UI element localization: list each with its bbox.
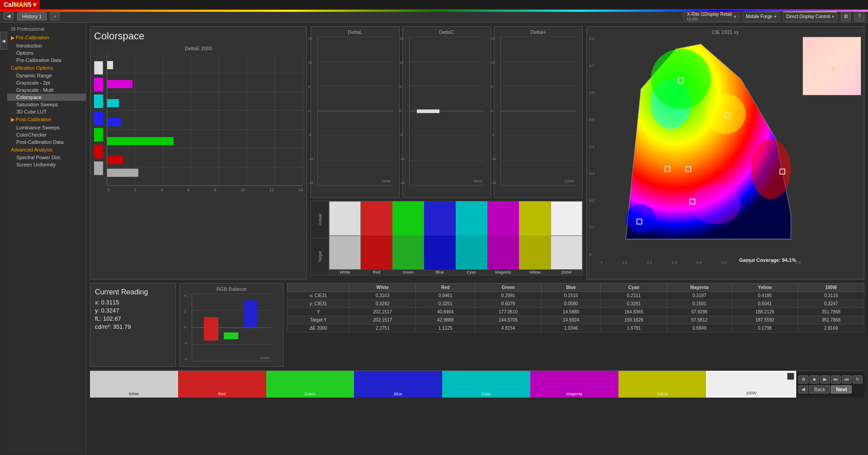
sidebar-section-advanced[interactable]: Advanced Analysis (7, 146, 86, 154)
bottom-swatch-cyan[interactable]: Cyan (442, 371, 530, 398)
table-header-yellow: Yellow (732, 284, 798, 292)
swatch-label-magenta: Magenta (566, 392, 582, 396)
svg-point-2 (706, 94, 746, 134)
ctrl-rewind-icon[interactable]: ⏮ (842, 375, 852, 384)
app-logo: CalMAN 5 ▾ (0, 0, 40, 9)
logo-dropdown-arrow[interactable]: ▾ (33, 1, 36, 8)
bottom-swatch-green[interactable]: Green (266, 371, 354, 398)
ctrl-refresh-icon[interactable]: ↻ (853, 375, 863, 384)
swatch-label-white: White (129, 392, 139, 396)
bar-green (107, 137, 174, 145)
sidebar-title: SI Professional (7, 24, 86, 33)
swatch-label-red: Red (218, 392, 226, 396)
bar-blue (107, 118, 121, 126)
main-layout: ◀ SI Professional ▶ Pre-Calibration Intr… (0, 23, 868, 453)
back-arrow-button[interactable]: ◀ (4, 12, 14, 20)
sidebar-item-grayscalemulti[interactable]: Grayscale - Multi (7, 86, 86, 94)
swatch-label-yellow: Yellow (656, 392, 668, 396)
sidebar-item-options[interactable]: Options (7, 49, 86, 57)
bottom-swatch-magenta[interactable]: Magenta (530, 371, 618, 398)
rgb-balance-panel: RGB Balance 4 2 0 -2 -4 (179, 283, 283, 367)
sidebar-item-luminance[interactable]: Luminance Sweeps (7, 124, 86, 131)
bottom-swatch-yellow[interactable]: Yellow (618, 371, 707, 398)
swatch-label-100w: 100W (746, 391, 757, 395)
back-button[interactable]: Back (809, 385, 830, 393)
top-content-row: Colorspace DeltaE 2000 (90, 26, 864, 280)
ctrl-back-arrow-icon[interactable]: ◀ (798, 385, 808, 393)
help-icon[interactable]: ? (854, 11, 864, 21)
directdisplay-label: Direct Display Control (786, 14, 830, 19)
sidebar-item-screenuniformity[interactable]: Screen Uniformity (7, 161, 86, 168)
header-right: X-Rite i1Display Retail OLED ▾ Mobile Fo… (684, 11, 864, 22)
deltah-title: DeltaH (497, 29, 580, 35)
ctrl-skip-icon[interactable]: ⏭ (831, 375, 841, 384)
deltac-title: DeltaC (406, 29, 488, 35)
mobileforge-device-selector[interactable]: Mobile Forge ▾ (743, 11, 779, 22)
sidebar-section-caloptions[interactable]: Calibration Options (7, 64, 86, 72)
table-header-red: Red (415, 284, 475, 292)
settings-icon[interactable]: ⚙ (841, 11, 851, 21)
bottom-swatch-red[interactable]: Red (178, 371, 266, 398)
sidebar-item-dynamicrange[interactable]: Dynamic Range (7, 72, 86, 79)
sidebar-item-3dcube[interactable]: 3D Cube LUT (7, 108, 86, 115)
fl-value: fL: 102.67 (95, 315, 171, 322)
data-table: White Red Green Blue Cyan Magenta Yellow… (287, 283, 864, 332)
mobileforge-label: Mobile Forge (746, 14, 772, 19)
bar-magenta (107, 80, 132, 88)
deltal-title: DeltaL (314, 29, 396, 35)
top-bar: CalMAN 5 ▾ (0, 0, 868, 10)
table-row-xcie31: x: CIE31 0.31030.64610.29910.1515 0.2311… (288, 292, 864, 300)
sidebar-toggle-button[interactable]: ◀ (0, 32, 7, 50)
header-row: ◀ History 1 + X-Rite i1Display Retail OL… (0, 10, 868, 23)
directdisplay-device-selector[interactable]: Direct Display Control ▾ (783, 11, 837, 22)
rgb-balance-title: RGB Balance (183, 286, 280, 292)
deltae-label: DeltaE 2000 (94, 46, 303, 51)
add-tab-button[interactable]: + (50, 12, 59, 20)
sidebar-item-precaldata[interactable]: Pre-Calibration Data (7, 57, 86, 64)
sidebar: SI Professional ▶ Pre-Calibration Introd… (7, 23, 86, 453)
current-reading-panel: Current Reading x: 0.3115 y: 0.3247 fL: … (90, 283, 176, 367)
table-row-y: Y 202.151740.8464177.061014.5880 164.836… (288, 308, 864, 316)
bottom-swatch-white[interactable]: White (90, 371, 178, 398)
xrite-device-selector[interactable]: X-Rite i1Display Retail OLED ▾ (684, 11, 739, 22)
bar-cyan (107, 99, 119, 107)
sidebar-item-grayscale2pt[interactable]: Grayscale - 2pt (7, 79, 86, 86)
table-header-100w: 100W (798, 284, 864, 292)
delta-charts-panel: DeltaL 15 10 5 0 -5 -10 -15 (311, 26, 583, 280)
mobileforge-arrow-icon: ▾ (774, 14, 776, 19)
deltac-chart: DeltaC 15 10 5 0 -5 -10 -15 (402, 26, 491, 198)
table-header-blue: Blue (541, 284, 601, 292)
ctrl-stop-icon[interactable]: ■ (809, 375, 819, 384)
cie-panel: CIE 1931 xy 0.8 0.7 0.6 0.5 0.4 0.3 0. (586, 26, 865, 280)
bar-100w (107, 169, 138, 177)
colorspace-panel: Colorspace DeltaE 2000 (90, 26, 307, 280)
svg-point-5 (691, 184, 741, 224)
sidebar-section-precalibration[interactable]: ▶ Pre-Calibration (7, 33, 86, 42)
sidebar-item-postcaldata[interactable]: Post-Calibration Data (7, 138, 86, 146)
actual-label: Actual (318, 214, 322, 225)
gamut-coverage: Gamut Coverage: 94.1% (739, 257, 796, 263)
target-label: Target (318, 251, 322, 262)
swatch-label-blue: Blue (394, 392, 402, 396)
ctrl-play-icon[interactable]: ▶ (820, 375, 830, 384)
bar-red (107, 156, 123, 164)
sidebar-item-introduction[interactable]: Introduction (7, 42, 86, 49)
sidebar-item-spectral[interactable]: Spectral Power Dist. (7, 154, 86, 161)
colorspace-title: Colorspace (94, 30, 303, 42)
directdisplay-arrow-icon: ▾ (832, 14, 834, 19)
bottom-swatch-100w[interactable]: 100W (706, 371, 796, 398)
table-row-de2000: ΔE 2000 2.27511.11254.81541.0346 1.67810… (288, 324, 864, 332)
table-header-white: White (349, 284, 415, 292)
sidebar-item-colorchecker[interactable]: ColorChecker (7, 131, 86, 138)
rainbow-bar (0, 10, 868, 12)
bottom-swatch-blue[interactable]: Blue (354, 371, 442, 398)
sidebar-section-postcalibration[interactable]: ▶ Post-Calibration (7, 115, 86, 124)
table-header-empty (288, 284, 349, 292)
sidebar-item-saturation[interactable]: Saturation Sweeps (7, 101, 86, 108)
history-tab[interactable]: History 1 (17, 12, 47, 20)
swatch-label-cyan: Cyan (481, 392, 491, 396)
ctrl-settings-icon[interactable]: ⚙ (798, 375, 808, 384)
next-button[interactable]: Next (831, 385, 852, 393)
sidebar-item-colorspace[interactable]: Colorspace (7, 94, 86, 101)
table-row-ycie31: y: CIE31 0.32420.32510.60790.0580 0.3261… (288, 300, 864, 308)
